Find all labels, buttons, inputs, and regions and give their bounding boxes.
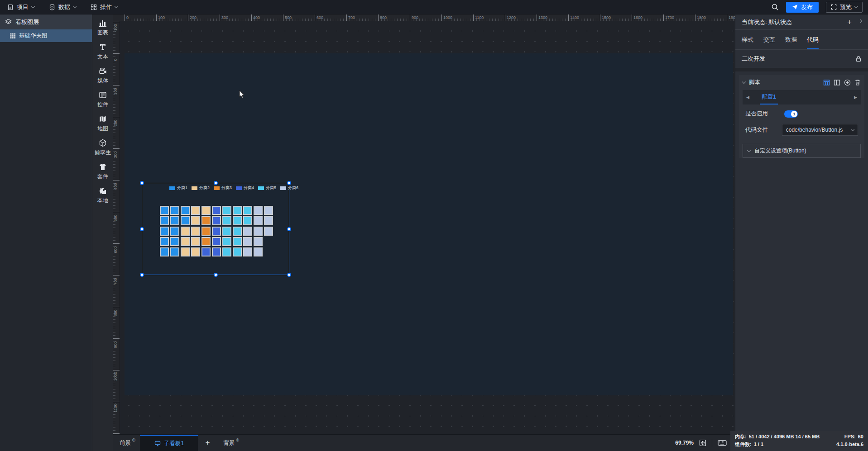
legend-label: 分类1: [177, 185, 187, 191]
legend-swatch: [258, 186, 264, 190]
waffle-cell: [222, 237, 231, 246]
document-icon: [7, 4, 14, 10]
chevron-right-icon[interactable]: [858, 19, 862, 23]
tool-charts[interactable]: 图表: [92, 19, 113, 37]
prev-config-arrow[interactable]: ◀: [746, 95, 752, 100]
toggle-knob: 1: [791, 111, 797, 117]
waffle-cell: [222, 227, 231, 236]
tool-map[interactable]: 地图: [92, 115, 113, 133]
v-ruler-label: 500: [113, 210, 118, 226]
tool-local[interactable]: 本地: [92, 187, 113, 204]
layers-panel-title: 看板图层: [15, 18, 39, 26]
design-canvas[interactable]: 0100200300400500600700800900100011001200…: [113, 14, 735, 434]
waffle-cell: [243, 237, 252, 246]
h-ruler-label: 1300: [538, 15, 547, 20]
h-ruler-label: 700: [348, 15, 355, 20]
add-background-icon[interactable]: ⊕: [235, 437, 239, 442]
waffle-cell: [264, 216, 273, 225]
resize-handle-nw[interactable]: [140, 181, 144, 185]
waffle-cell: [254, 216, 263, 225]
waffle-cell: [191, 237, 200, 246]
add-state-button[interactable]: +: [847, 18, 852, 27]
waffle-cell: [222, 206, 231, 215]
resize-handle-n[interactable]: [214, 181, 218, 185]
status-panel: 内存: 51 / 4042 / 4096 MB 14 / 65 MB FPS: …: [730, 431, 868, 451]
background-button[interactable]: 背景 ⊕: [217, 439, 244, 447]
resize-handle-e[interactable]: [287, 227, 291, 231]
canvas-viewport[interactable]: 分类1分类2分类3分类4分类5分类6: [120, 21, 735, 434]
waffle-cell: [233, 227, 242, 236]
add-board-button[interactable]: +: [198, 438, 217, 447]
selected-waffle-chart[interactable]: 分类1分类2分类3分类4分类5分类6: [142, 183, 289, 275]
custom-settings-section[interactable]: 自定义设置项(Button): [743, 144, 861, 158]
h-ruler-label: 1900: [729, 15, 735, 20]
tool-label: 本地: [97, 197, 108, 204]
menu-operations[interactable]: 操作: [83, 0, 125, 14]
v-ruler-label: 700: [113, 274, 118, 289]
waffle-cell: [181, 227, 190, 236]
secondary-dev-label: 二次开发: [742, 55, 765, 63]
foreground-button[interactable]: 前景 ⊕: [113, 439, 140, 447]
config-tab-1[interactable]: 配置1: [760, 90, 778, 104]
waffle-cell: [212, 247, 221, 256]
grid-icon: [91, 4, 97, 10]
waffle-cell: [181, 237, 190, 246]
h-ruler-label: 1600: [633, 15, 643, 20]
components-value: 1 / 1: [754, 441, 763, 448]
menu-data[interactable]: 数据: [42, 0, 83, 14]
tool-label: 地图: [97, 125, 108, 133]
delete-icon[interactable]: [854, 79, 861, 86]
search-icon[interactable]: [771, 3, 779, 11]
next-config-arrow[interactable]: ▶: [852, 95, 857, 100]
resize-handle-s[interactable]: [214, 273, 218, 277]
components-label: 组件数:: [735, 441, 752, 448]
preview-button[interactable]: 预览: [826, 2, 863, 13]
layer-item-waffle[interactable]: 基础华夫图: [0, 29, 92, 42]
waffle-cell: [233, 216, 242, 225]
waffle-cell: [191, 247, 200, 256]
tool-text[interactable]: 文本: [92, 43, 113, 61]
waffle-cell: [264, 206, 273, 215]
video-camera-icon: [99, 67, 107, 75]
resize-handle-se[interactable]: [287, 273, 291, 277]
add-foreground-icon[interactable]: ⊕: [132, 437, 135, 442]
tab-style[interactable]: 样式: [742, 36, 753, 49]
map-icon: [99, 115, 107, 123]
tool-kit[interactable]: 套件: [92, 163, 113, 180]
waffle-cell: [254, 237, 263, 246]
waffle-grid: [160, 206, 273, 258]
current-state-label: 当前状态: 默认状态: [742, 18, 792, 26]
resize-handle-ne[interactable]: [287, 181, 291, 185]
fps-value: 60: [858, 433, 863, 441]
zoom-percent[interactable]: 69.79%: [675, 440, 694, 446]
add-config-icon[interactable]: [844, 79, 851, 86]
custom-settings-label: 自定义设置项(Button): [754, 147, 806, 155]
publish-button[interactable]: 发布: [786, 2, 819, 13]
tool-label: 文本: [97, 53, 108, 61]
fit-screen-icon[interactable]: [699, 439, 706, 446]
layout-view-icon[interactable]: [834, 79, 840, 86]
enable-toggle[interactable]: 1: [784, 110, 798, 118]
code-file-select[interactable]: code/behavior/Button.js: [782, 124, 858, 136]
keyboard-icon[interactable]: [718, 440, 727, 446]
table-view-icon[interactable]: [823, 79, 830, 86]
waffle-cell: [191, 206, 200, 215]
tab-code[interactable]: 代码: [807, 36, 819, 49]
chevron-down-icon: [854, 5, 858, 8]
tab-data[interactable]: 数据: [785, 36, 797, 49]
menu-project[interactable]: 项目: [0, 0, 42, 14]
waffle-cell: [243, 247, 252, 256]
tab-subboard-1[interactable]: 子看板1: [140, 435, 198, 451]
resize-handle-sw[interactable]: [140, 273, 144, 277]
tool-widgets[interactable]: 控件: [92, 91, 113, 109]
tab-interaction[interactable]: 交互: [763, 36, 775, 49]
resize-handle-w[interactable]: [140, 227, 144, 231]
waffle-cell: [254, 247, 263, 256]
waffle-cell: [254, 227, 263, 236]
tool-digital-twin[interactable]: 鲸孪生: [92, 139, 113, 157]
code-file-label: 代码文件: [745, 126, 782, 134]
chevron-down-icon[interactable]: [742, 80, 746, 84]
lock-icon[interactable]: [855, 56, 862, 62]
waffle-row: [160, 206, 273, 215]
tool-media[interactable]: 媒体: [92, 67, 113, 85]
